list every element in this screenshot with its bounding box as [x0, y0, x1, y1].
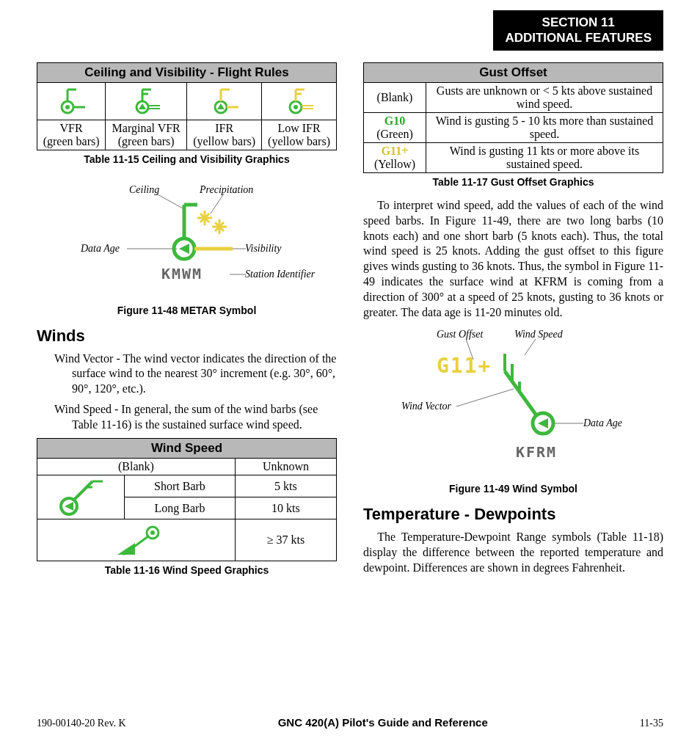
gust-g10: G10(Green) — [364, 113, 426, 143]
page: SECTION 11 ADDITIONAL FEATURES Ceiling a… — [0, 0, 700, 744]
heading-winds: Winds — [37, 327, 337, 346]
svg-marker-6 — [139, 103, 146, 109]
lbl-dataage2: Data Age — [583, 417, 622, 429]
table-gust-offset: Gust Offset (Blank) Gusts are unknown or… — [363, 62, 663, 173]
lbl-precip: Precipitation — [200, 184, 253, 196]
heading-temp: Temperature - Dewpoints — [363, 505, 663, 524]
svg-marker-30 — [179, 244, 189, 254]
page-footer: 190-00140-20 Rev. K GNC 420(A) Pilot's G… — [37, 716, 663, 729]
section-line1: SECTION 11 — [505, 15, 652, 30]
wind-speed-item: Wind Speed - In general, the sum of the … — [54, 402, 337, 432]
ws-unknown: Unknown — [235, 459, 336, 475]
ws-flag-icon — [37, 519, 236, 561]
svg-marker-56 — [538, 418, 548, 428]
lbl-vis: Visibility — [245, 243, 282, 255]
lbl-windvector: Wind Vector — [401, 401, 451, 412]
right-column: Gust Offset (Blank) Gusts are unknown or… — [363, 62, 663, 586]
svg-marker-50 — [117, 543, 135, 555]
svg-line-44 — [74, 481, 92, 500]
caption-fig-49: Figure 11-49 Wind Symbol — [363, 483, 663, 495]
cv-label-3: Low IFR(yellow bars) — [262, 120, 337, 150]
svg-point-48 — [150, 530, 155, 535]
footer-right: 11-35 — [640, 718, 663, 729]
para-temp: The Temperature-Dewpoint Range symbols (… — [363, 530, 663, 575]
left-column: Ceiling and Visibility - Flight Rules — [37, 62, 337, 586]
svg-line-24 — [156, 194, 184, 209]
table-cv-title: Ceiling and Visibility - Flight Rules — [37, 63, 337, 83]
caption-11-16: Table 11-16 Wind Speed Graphics — [37, 564, 337, 576]
svg-point-18 — [294, 105, 298, 109]
para-interpret: To interpret wind speed, add the values … — [363, 198, 663, 320]
svg-line-53 — [456, 389, 514, 406]
gust-g10-desc: Wind is gusting 5 - 10 kts more than sus… — [426, 113, 663, 143]
station-kmwm: KMWM — [161, 265, 203, 282]
svg-marker-13 — [217, 103, 225, 109]
table-gust-title: Gust Offset — [364, 63, 663, 83]
ws-10kts: 10 kts — [235, 497, 336, 519]
figure-11-48: Ceiling Precipitation Data Age Visibilit… — [37, 175, 337, 300]
footer-left: 190-00140-20 Rev. K — [37, 718, 126, 729]
table-ws-title: Wind Speed — [37, 439, 337, 459]
lbl-ceiling: Ceiling — [129, 184, 159, 196]
lbl-gust: Gust Offset — [437, 329, 483, 340]
caption-11-15: Table 11-15 Ceiling and Visibility Graph… — [37, 153, 337, 165]
gust-g11: G11+(Yellow) — [364, 143, 426, 173]
lbl-dataage: Data Age — [81, 243, 120, 255]
cv-icon-vfr — [37, 83, 106, 120]
svg-point-1 — [65, 105, 70, 109]
svg-marker-43 — [65, 502, 73, 511]
gust-blank-desc: Gusts are unknown or < 5 kts above susta… — [426, 83, 663, 113]
cv-label-1: Marginal VFR(green bars) — [106, 120, 187, 150]
caption-11-17: Table 11-17 Gust Offset Graphics — [363, 176, 663, 188]
gust-blank: (Blank) — [364, 83, 426, 113]
cv-icon-mvfr — [106, 83, 187, 120]
ws-5kts: 5 kts — [235, 475, 336, 497]
cv-icon-ifr — [187, 83, 262, 120]
cv-label-2: IFR(yellow bars) — [187, 120, 262, 150]
table-ceiling-visibility: Ceiling and Visibility - Flight Rules — [37, 62, 337, 150]
section-header: SECTION 11 ADDITIONAL FEATURES — [493, 10, 663, 51]
svg-line-57 — [505, 371, 536, 415]
ws-barb-icon — [37, 475, 125, 519]
figure-11-49: Gust Offset Wind Speed Wind Vector Data … — [363, 324, 663, 478]
ws-blank: (Blank) — [37, 459, 236, 475]
svg-line-52 — [525, 339, 536, 355]
wind-vector-item: Wind Vector - The wind vector indicates … — [54, 351, 337, 396]
lbl-windspeed: Wind Speed — [514, 329, 563, 340]
cv-icon-lifr — [262, 83, 337, 120]
gust-text: G11+ — [437, 354, 492, 378]
ws-short: Short Barb — [125, 475, 236, 497]
footer-center: GNC 420(A) Pilot's Guide and Reference — [278, 716, 488, 729]
ws-37kts: ≥ 37 kts — [235, 519, 336, 561]
section-line2: ADDITIONAL FEATURES — [505, 30, 652, 45]
caption-fig-48: Figure 11-48 METAR Symbol — [37, 304, 337, 316]
lbl-station: Station Identifier — [245, 269, 315, 280]
cv-label-0: VFR(green bars) — [37, 120, 106, 150]
svg-line-25 — [211, 194, 224, 214]
table-wind-speed: Wind Speed (Blank) Unknown Short Barb 5 … — [37, 438, 337, 561]
gust-g11-desc: Wind is gusting 11 kts or more above its… — [426, 143, 663, 173]
station-kfrm: KFRM — [516, 443, 557, 461]
ws-long: Long Barb — [125, 497, 236, 519]
